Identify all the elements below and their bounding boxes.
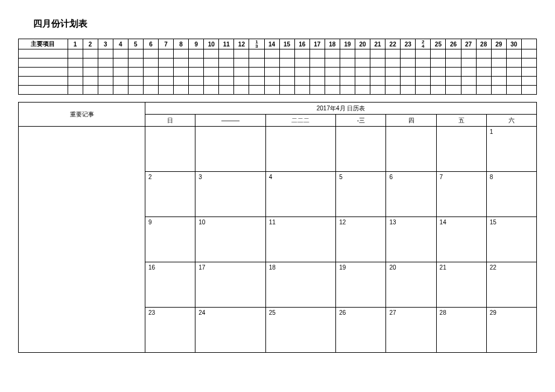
schedule-table: 主要项目 12345678910111213141516171819202122… [18,39,537,95]
schedule-day-header: 27 [461,39,476,49]
schedule-cell [158,68,173,77]
schedule-row [19,49,537,58]
schedule-row [19,68,537,77]
dow-cell: 四 [386,115,436,127]
schedule-cell [506,68,521,77]
schedule-cell [68,49,83,58]
dow-cell: ——— [195,115,266,127]
schedule-cell [113,58,128,68]
schedule-cell [370,86,385,95]
schedule-cell [355,86,370,95]
calendar-day-cell: 15 [486,217,536,262]
schedule-cell [174,58,189,68]
schedule-cell [249,86,264,95]
schedule-cell [416,68,431,77]
dow-cell: 六 [486,115,536,127]
schedule-cell [446,49,461,58]
schedule-cell [264,49,279,58]
calendar-day-cell [436,127,486,172]
schedule-cell [143,86,158,95]
schedule-day-header: 21 [370,39,385,49]
schedule-cell [294,77,309,86]
calendar-day-cell: 23 [145,308,195,353]
schedule-cell [68,68,83,77]
schedule-day-header: 28 [476,39,491,49]
schedule-cell [340,86,355,95]
schedule-day-header: 26 [446,39,461,49]
schedule-day-header: 7 [158,39,173,49]
schedule-day-header: 17 [309,39,325,49]
page-title: 四月份计划表 [33,18,537,30]
schedule-cell [143,58,158,68]
schedule-cell [416,49,431,58]
calendar-day-cell: 18 [265,262,336,308]
schedule-cell [385,77,401,86]
calendar-day-cell: 16 [145,262,195,308]
schedule-cell [98,58,113,68]
schedule-cell [325,68,340,77]
schedule-cell [249,68,264,77]
calendar-day-cell: 13 [386,217,436,262]
schedule-cell [309,58,325,68]
calendar-day-cell: 5 [336,172,386,217]
schedule-cell [476,68,491,77]
schedule-cell [491,68,506,77]
schedule-day-header: 15 [279,39,294,49]
schedule-row-label: 主要项目 [19,39,68,49]
schedule-cell [204,68,219,77]
schedule-cell [491,58,506,68]
schedule-cell [234,49,249,58]
calendar-day-cell: 4 [265,172,336,217]
calendar-day-cell: 7 [436,172,486,217]
schedule-cell [219,49,234,58]
schedule-cell [19,77,68,86]
schedule-cell [340,58,355,68]
schedule-cell [506,77,521,86]
schedule-cell [294,58,309,68]
schedule-cell [98,77,113,86]
schedule-cell [174,86,189,95]
calendar-day-cell: 28 [436,308,486,353]
schedule-cell [174,68,189,77]
schedule-day-header: 29 [491,39,506,49]
schedule-cell [325,58,340,68]
schedule-cell [521,58,536,68]
schedule-cell [385,86,401,95]
schedule-cell [234,58,249,68]
schedule-cell [309,68,325,77]
schedule-cell [340,49,355,58]
schedule-cell [385,58,401,68]
schedule-cell [279,49,294,58]
schedule-cell [401,77,416,86]
schedule-cell [340,77,355,86]
schedule-day-header: 24 [416,39,431,49]
schedule-day-header: 5 [128,39,143,49]
calendar-day-cell: 24 [195,308,266,353]
schedule-cell [355,49,370,58]
schedule-day-header: 8 [174,39,189,49]
schedule-cell [325,49,340,58]
calendar-day-cell [145,127,195,172]
schedule-cell [98,86,113,95]
schedule-cell [219,86,234,95]
schedule-cell [355,68,370,77]
notes-body [19,127,145,353]
schedule-cell [128,86,143,95]
schedule-cell [219,68,234,77]
schedule-day-header: 23 [401,39,416,49]
schedule-cell [204,58,219,68]
schedule-cell [431,49,446,58]
schedule-cell [461,58,476,68]
dow-cell: 二二二 [265,115,336,127]
schedule-cell [309,86,325,95]
schedule-day-header: 30 [506,39,521,49]
schedule-cell [264,58,279,68]
schedule-cell [19,49,68,58]
schedule-day-header: 2 [83,39,98,49]
schedule-row [19,58,537,68]
calendar-day-cell: 14 [436,217,486,262]
schedule-cell [401,86,416,95]
schedule-cell [476,58,491,68]
schedule-cell [370,68,385,77]
schedule-cell [83,68,98,77]
